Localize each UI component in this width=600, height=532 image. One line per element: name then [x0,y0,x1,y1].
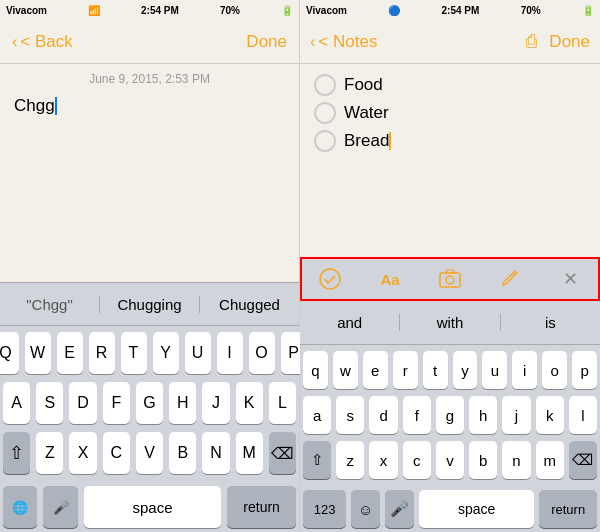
right-emoji-key[interactable]: ☺ [351,490,380,528]
done-button-left[interactable]: Done [246,32,287,52]
rkey-b[interactable]: b [469,441,497,479]
pen-toolbar-icon[interactable] [490,259,530,299]
right-mic-key[interactable]: 🎤 [385,490,414,528]
right-suggestion-1[interactable]: and [300,314,400,331]
key-row-2: A S D F G H J K L [3,382,296,424]
rkey-j[interactable]: j [502,396,530,434]
space-key[interactable]: space [84,486,222,528]
camera-toolbar-icon[interactable] [430,259,470,299]
left-note-area[interactable]: June 9, 2015, 2:53 PM Chgg [0,64,299,282]
notes-back-button[interactable]: ‹ < Notes [310,32,377,52]
rkey-o[interactable]: o [542,351,567,389]
left-time: 2:54 PM [141,5,179,16]
left-bottom-row: 🌐 🎤 space return [0,486,299,532]
notes-back-chevron-icon: ‹ [310,33,315,51]
checklist-toolbar-icon[interactable] [310,259,350,299]
key-r[interactable]: R [89,332,115,374]
key-s[interactable]: S [36,382,63,424]
rkey-c[interactable]: c [403,441,431,479]
key-a[interactable]: A [3,382,30,424]
key-x[interactable]: X [69,432,96,474]
key-j[interactable]: J [202,382,229,424]
right-backspace-key[interactable]: ⌫ [569,441,597,479]
right-bottom-row: 123 ☺ 🎤 space return [300,490,600,532]
rkey-n[interactable]: n [502,441,530,479]
key-w[interactable]: W [25,332,51,374]
rkey-w[interactable]: w [333,351,358,389]
right-shift-key[interactable]: ⇧ [303,441,331,479]
rkey-a[interactable]: a [303,396,331,434]
return-key[interactable]: return [227,486,296,528]
key-n[interactable]: N [202,432,229,474]
suggestion-1[interactable]: "Chgg" [0,296,100,313]
key-o[interactable]: O [249,332,275,374]
checklist-water-text: Water [344,103,389,123]
backspace-key[interactable]: ⌫ [269,432,296,474]
key-b[interactable]: B [169,432,196,474]
key-i[interactable]: I [217,332,243,374]
key-m[interactable]: M [236,432,263,474]
key-e[interactable]: E [57,332,83,374]
key-q[interactable]: Q [0,332,19,374]
right-suggestion-3[interactable]: is [501,314,600,331]
notes-back-label: < Notes [318,32,377,52]
checkbox-bread[interactable] [314,130,336,152]
key-t[interactable]: T [121,332,147,374]
right-num-key[interactable]: 123 [303,490,346,528]
rkey-t[interactable]: t [423,351,448,389]
rkey-s[interactable]: s [336,396,364,434]
rkey-g[interactable]: g [436,396,464,434]
text-cursor-left [55,97,57,115]
key-y[interactable]: Y [153,332,179,374]
suggestion-3[interactable]: Chugged [200,296,299,313]
done-button-right[interactable]: Done [549,32,590,52]
rkey-u[interactable]: u [482,351,507,389]
checkbox-food[interactable] [314,74,336,96]
right-battery: 70% [521,5,541,16]
rkey-i[interactable]: i [512,351,537,389]
key-d[interactable]: D [69,382,96,424]
rkey-z[interactable]: z [336,441,364,479]
rkey-y[interactable]: y [453,351,478,389]
rkey-e[interactable]: e [363,351,388,389]
key-k[interactable]: K [236,382,263,424]
rkey-p[interactable]: p [572,351,597,389]
note-text[interactable]: Chgg [14,94,285,118]
rkey-d[interactable]: d [369,396,397,434]
rkey-k[interactable]: k [536,396,564,434]
key-u[interactable]: U [185,332,211,374]
right-space-key[interactable]: space [419,490,534,528]
text-format-toolbar-icon[interactable]: Aa [370,259,410,299]
left-battery: 70% [220,5,240,16]
rkey-h[interactable]: h [469,396,497,434]
rkey-r[interactable]: r [393,351,418,389]
key-l[interactable]: L [269,382,296,424]
close-toolbar-button[interactable]: ✕ [550,259,590,299]
rkey-m[interactable]: m [536,441,564,479]
rkey-f[interactable]: f [403,396,431,434]
globe-key[interactable]: 🌐 [3,486,37,528]
key-z[interactable]: Z [36,432,63,474]
left-keyboard-area: "Chgg" Chugging Chugged Q W E R T Y U I … [0,282,299,532]
right-note-area[interactable]: Food Water Bread [300,64,600,257]
key-c[interactable]: C [103,432,130,474]
back-label: < Back [20,32,72,52]
rkey-x[interactable]: x [369,441,397,479]
checkbox-water[interactable] [314,102,336,124]
suggestion-2[interactable]: Chugging [100,296,200,313]
rkey-q[interactable]: q [303,351,328,389]
right-status-bar: Vivacom 🔵 2:54 PM 70% 🔋 [300,0,600,20]
key-h[interactable]: H [169,382,196,424]
right-suggestion-2[interactable]: with [400,314,500,331]
key-f[interactable]: F [103,382,130,424]
right-key-row-3: ⇧ z x c v b n m ⌫ [303,441,597,479]
key-g[interactable]: G [136,382,163,424]
rkey-l[interactable]: l [569,396,597,434]
share-icon[interactable]: ⎙ [526,31,537,52]
mic-key[interactable]: 🎤 [43,486,77,528]
right-return-key[interactable]: return [539,490,597,528]
back-button[interactable]: ‹ < Back [12,32,73,52]
key-v[interactable]: V [136,432,163,474]
shift-key[interactable]: ⇧ [3,432,30,474]
rkey-v[interactable]: v [436,441,464,479]
